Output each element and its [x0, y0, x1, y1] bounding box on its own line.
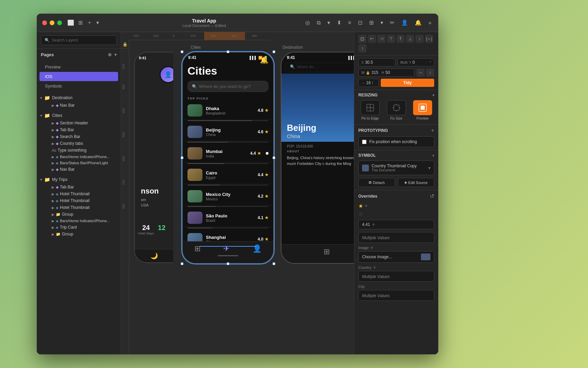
country-field[interactable]: Multiple Values	[358, 271, 434, 282]
dhaka-star-icon: ★	[265, 108, 268, 113]
reset-overrides-icon[interactable]: ↺	[430, 193, 434, 199]
symbol-select[interactable]: Country Thumbnail Copy This Document/ ▾	[358, 160, 434, 175]
fix-position-label[interactable]: Fix position when scrolling	[362, 139, 430, 144]
align-left-btn[interactable]: ⊢	[368, 35, 376, 43]
city-mumbai[interactable]: Mumbai India 4.4 ★	[183, 144, 273, 163]
chevron-down-icon[interactable]: ▾	[326, 18, 331, 27]
chevron-down2-icon[interactable]: ▾	[379, 18, 385, 27]
section-header-item[interactable]: ▶ ◆ Section Header	[37, 120, 121, 126]
proto-add-icon[interactable]: +	[431, 127, 434, 134]
dropdown-arrow[interactable]: ▾	[96, 19, 99, 26]
hotel-thumb-3-item[interactable]: ▶ ◈ Hotel Thumbnail	[37, 204, 121, 211]
city-cairo[interactable]: Cairo Egypt 4.4 ★	[183, 166, 273, 184]
scale-icon[interactable]: ⊞	[368, 18, 375, 27]
close-button[interactable]	[42, 20, 47, 25]
add-icon[interactable]: ＋	[87, 19, 92, 26]
bars-home-item[interactable]: ▶ ◈ Bars/Home Indicator/iPhone...	[37, 154, 121, 160]
plane-tab-icon[interactable]: ✈	[223, 244, 229, 253]
fix-position-checkbox[interactable]	[362, 140, 366, 144]
cities-search-bar[interactable]: 🔍 Where do you want to go?	[187, 81, 268, 92]
grid-tab-icon[interactable]: ⊞	[194, 244, 200, 253]
mt-group-item[interactable]: ▶ 📁 Group	[37, 211, 121, 218]
city-dhaka[interactable]: Dhaka Bangladesh 4.8 ★	[183, 102, 273, 120]
distribute-h-btn[interactable]: |↔|	[425, 35, 433, 43]
align-bottom-btn[interactable]: ↕	[415, 35, 424, 43]
city-beijing[interactable]: Beijing China 4.6 ★	[183, 123, 273, 141]
edit-icon[interactable]: ✏	[389, 18, 396, 27]
align-top-btn[interactable]: T	[396, 35, 405, 43]
component-icon[interactable]: ⊡	[357, 18, 364, 27]
grid-icon[interactable]: ⊞	[78, 19, 83, 26]
tab-bar-item[interactable]: ▶ ◆ Tab Bar	[37, 126, 121, 133]
fix-position-item[interactable]: Fix position when scrolling	[358, 136, 434, 147]
trip-card-item[interactable]: ▶ ◈ Trip Card	[37, 224, 121, 231]
cities-header[interactable]: ▼ 📁 Cities	[37, 111, 121, 120]
arrange-icon[interactable]: ⬍	[336, 18, 343, 27]
cities-navbar-item[interactable]: ▶ ◆ Nav Bar	[37, 166, 121, 173]
layers-icon[interactable]: ⧉	[315, 18, 322, 27]
mg2-folder-icon: 📁	[56, 232, 61, 236]
frame-icon[interactable]: ⬜	[67, 19, 74, 26]
cities-notif-bell[interactable]: 🔔	[260, 56, 268, 64]
search-layers-input[interactable]: 🔍 Search Layers	[41, 35, 117, 45]
mt-tabbar-item[interactable]: ▶ ◆ Tab Bar	[37, 184, 121, 190]
bars-status-item[interactable]: ▶ ◈ Bars/Status Bar/iPhone/Light	[37, 160, 121, 166]
destination-header[interactable]: ▼ 📁 Destination	[37, 94, 121, 102]
page-ios[interactable]: iOS	[39, 72, 118, 81]
align-center-v-btn[interactable]: ⊥	[406, 35, 414, 43]
city-saopaulo[interactable]: São Paulo Brazil 4.1 ★	[183, 209, 273, 227]
align-right-btn[interactable]: ⊤	[387, 35, 395, 43]
country-tabs-item[interactable]: ▶ ◆ Country tabs	[37, 140, 121, 147]
window-controls	[42, 20, 62, 25]
preview-option[interactable]: Preview	[411, 100, 434, 120]
symbol-header[interactable]: SYMBOL ▾	[358, 153, 434, 158]
distribute-v-btn[interactable]: ↕	[358, 44, 366, 52]
flip-v-btn[interactable]: ↕	[426, 68, 434, 77]
multiple-values-field[interactable]: Multiple Values	[358, 232, 434, 243]
prop-expand-btn[interactable]: ⊡	[358, 35, 366, 43]
padding-field[interactable]: → 16 I	[358, 79, 379, 87]
mt-bars-home-item[interactable]: ▶ ◈ Bars/Home Indicator/iPhone...	[37, 218, 121, 224]
city-mexico[interactable]: Mexico City Mexico 4.2 ★	[183, 187, 273, 205]
maximize-button[interactable]	[57, 20, 62, 25]
align-center-h-btn[interactable]: ⊣	[377, 35, 386, 43]
type-something-item[interactable]: Aa Type something	[37, 147, 121, 154]
flip-h-btn[interactable]: ↔	[416, 68, 425, 77]
resizing-header[interactable]: RESIZING ▾	[354, 90, 438, 100]
saopaulo-rating-value: 4.1	[258, 215, 263, 220]
shanghai-name: Shanghai	[206, 235, 254, 240]
tidy-button[interactable]: Tidy	[381, 79, 434, 87]
mytrips-header[interactable]: ▼ 📁 My Trips	[37, 175, 121, 184]
x-field[interactable]: X 30.5	[358, 58, 395, 66]
y-mode-field[interactable]: Multi Y 0 °	[397, 58, 435, 66]
city-field[interactable]: Multiple Values	[358, 290, 434, 301]
choose-image-btn[interactable]: Choose Image...	[358, 251, 434, 263]
add-page-icon[interactable]: ⊕	[108, 52, 112, 57]
hotel-thumb-1-item[interactable]: ▶ ◈ Hotel Thumbnail	[37, 190, 121, 197]
target-icon[interactable]: ◎	[304, 18, 311, 27]
w-field[interactable]: W 🔒 315 H 50	[358, 68, 414, 77]
more-icon[interactable]: »	[427, 18, 433, 27]
mt-tb-chevron-icon: ▶	[52, 185, 54, 189]
edit-source-button[interactable]: ◈ Edit Source	[398, 178, 435, 187]
user-icon[interactable]: 👤	[400, 18, 409, 27]
page-symbols[interactable]: Symbols	[39, 81, 118, 91]
mt-group2-item[interactable]: ▶ 📁 Group	[37, 231, 121, 237]
destination-navbar-item[interactable]: ▶ ◆ Nav Bar	[37, 102, 121, 109]
detach-button[interactable]: ⊠ Detach	[358, 178, 395, 187]
page-preview[interactable]: Preview	[39, 62, 118, 72]
pin-to-edge-option[interactable]: Pin to Edge	[358, 100, 382, 120]
search-bar-item[interactable]: ▶ ◆ Search Bar	[37, 133, 121, 140]
fix-size-option[interactable]: Fix Size	[385, 100, 408, 120]
pages-chevron-icon[interactable]: ▾	[114, 52, 117, 57]
minimize-button[interactable]	[50, 20, 54, 25]
dest-grid-tab-icon[interactable]: ⊞	[324, 247, 330, 256]
hotel-thumb-2-item[interactable]: ▶ ◈ Hotel Thumbnail	[37, 197, 121, 204]
saopaulo-info: São Paulo Brazil	[206, 213, 254, 223]
profile-tab-icon[interactable]: 👤	[252, 244, 262, 253]
dest-search-bar[interactable]: 🔍 Where do...	[285, 63, 354, 72]
cities-search-placeholder: Where do you want to go?	[199, 84, 251, 89]
bell-icon[interactable]: 🔔	[413, 18, 423, 27]
rating-value-field[interactable]: 4.41 👁	[358, 220, 434, 229]
align-icon[interactable]: ≡	[347, 18, 353, 27]
